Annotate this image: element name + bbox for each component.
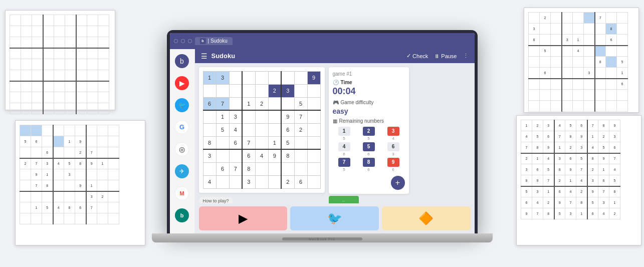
- sudoku-cell[interactable]: 8: [281, 149, 294, 162]
- sudoku-cell[interactable]: 2: [281, 175, 294, 188]
- promo-card-yellow[interactable]: 🔶: [382, 206, 471, 230]
- promo-card-blue[interactable]: 🐦: [290, 206, 379, 230]
- sudoku-cell[interactable]: 2: [255, 97, 268, 110]
- number-item[interactable]: 56: [357, 142, 380, 156]
- sudoku-board[interactable]: 13923671251397546286715364986784326: [199, 67, 325, 193]
- sudoku-cell[interactable]: 1: [203, 71, 216, 84]
- sudoku-cell[interactable]: 9: [281, 110, 294, 123]
- sudoku-cell[interactable]: 8: [203, 136, 216, 149]
- sudoku-cell[interactable]: [216, 149, 229, 162]
- sudoku-cell[interactable]: [229, 175, 242, 188]
- sidebar-google-icon[interactable]: G: [175, 120, 189, 134]
- sudoku-cell[interactable]: [216, 175, 229, 188]
- promo-card-pink[interactable]: ▶: [199, 206, 288, 230]
- sudoku-cell[interactable]: [281, 97, 294, 110]
- sudoku-cell[interactable]: [255, 110, 268, 123]
- sudoku-cell[interactable]: 4: [203, 175, 216, 188]
- number-item[interactable]: 75: [333, 158, 356, 172]
- browser-tab[interactable]: b | Sudoku: [195, 37, 233, 45]
- sudoku-cell[interactable]: [307, 110, 320, 123]
- sudoku-cell[interactable]: [203, 123, 216, 136]
- sidebar-telegram-icon[interactable]: ✈: [175, 164, 189, 178]
- sudoku-cell[interactable]: [268, 123, 281, 136]
- sudoku-cell[interactable]: 9: [307, 71, 320, 84]
- sudoku-cell[interactable]: 3: [242, 175, 255, 188]
- sudoku-cell[interactable]: 4: [255, 149, 268, 162]
- sudoku-cell[interactable]: [203, 110, 216, 123]
- sidebar-youtube-icon[interactable]: ▶: [175, 76, 189, 90]
- sidebar-bing-icon[interactable]: b: [175, 208, 189, 222]
- sidebar-gmail-icon[interactable]: M: [175, 186, 189, 200]
- sudoku-cell[interactable]: [255, 71, 268, 84]
- sudoku-cell[interactable]: 7: [294, 110, 307, 123]
- sudoku-cell[interactable]: 6: [294, 175, 307, 188]
- pause-button[interactable]: ⏸ Pause: [434, 53, 457, 59]
- sudoku-cell[interactable]: [307, 175, 320, 188]
- sudoku-cell[interactable]: [216, 136, 229, 149]
- sudoku-cell[interactable]: [268, 97, 281, 110]
- fab-button[interactable]: +: [391, 176, 405, 190]
- how-to-play-button[interactable]: How to play?: [199, 197, 233, 203]
- sudoku-cell[interactable]: 6: [242, 149, 255, 162]
- sudoku-cell[interactable]: 9: [268, 149, 281, 162]
- sudoku-cell[interactable]: 6: [216, 162, 229, 175]
- sudoku-cell[interactable]: [242, 71, 255, 84]
- number-item[interactable]: 25: [357, 127, 380, 141]
- sudoku-cell[interactable]: [242, 123, 255, 136]
- sudoku-cell[interactable]: 3: [216, 71, 229, 84]
- sudoku-cell[interactable]: [307, 84, 320, 97]
- sudoku-cell[interactable]: [255, 136, 268, 149]
- number-item[interactable]: 34: [382, 127, 405, 141]
- sudoku-cell[interactable]: 1: [242, 97, 255, 110]
- number-item[interactable]: 15: [333, 127, 356, 141]
- sudoku-cell[interactable]: [242, 84, 255, 97]
- sudoku-cell[interactable]: [294, 71, 307, 84]
- sudoku-cell[interactable]: [294, 136, 307, 149]
- sudoku-cell[interactable]: [307, 149, 320, 162]
- sudoku-cell[interactable]: 2: [294, 123, 307, 136]
- sudoku-cell[interactable]: 5: [281, 136, 294, 149]
- sudoku-cell[interactable]: [229, 149, 242, 162]
- sudoku-cell[interactable]: [307, 97, 320, 110]
- sudoku-cell[interactable]: 7: [229, 162, 242, 175]
- sudoku-cell[interactable]: 8: [242, 162, 255, 175]
- sudoku-cell[interactable]: [255, 162, 268, 175]
- sudoku-cell[interactable]: 7: [242, 136, 255, 149]
- sudoku-cell[interactable]: 6: [229, 136, 242, 149]
- sudoku-cell[interactable]: 1: [216, 110, 229, 123]
- sudoku-cell[interactable]: [229, 84, 242, 97]
- sudoku-cell[interactable]: [255, 175, 268, 188]
- number-item[interactable]: 46: [333, 142, 356, 156]
- check-button[interactable]: ✓ Check: [406, 53, 428, 59]
- number-item[interactable]: 86: [357, 158, 380, 172]
- sudoku-cell[interactable]: 6: [203, 97, 216, 110]
- sudoku-cell[interactable]: [268, 175, 281, 188]
- sudoku-cell[interactable]: 6: [281, 123, 294, 136]
- sudoku-cell[interactable]: 3: [203, 149, 216, 162]
- sudoku-cell[interactable]: [255, 123, 268, 136]
- sidebar-twitter-icon[interactable]: 🐦: [175, 98, 189, 112]
- sudoku-cell[interactable]: 4: [229, 123, 242, 136]
- sudoku-cell[interactable]: [281, 71, 294, 84]
- sudoku-cell[interactable]: [203, 162, 216, 175]
- sudoku-cell[interactable]: [216, 84, 229, 97]
- sudoku-cell[interactable]: 1: [268, 136, 281, 149]
- sudoku-cell[interactable]: [294, 162, 307, 175]
- sudoku-cell[interactable]: 2: [268, 84, 281, 97]
- number-item[interactable]: 63: [382, 142, 405, 156]
- sudoku-cell[interactable]: [203, 84, 216, 97]
- sudoku-cell[interactable]: 3: [229, 110, 242, 123]
- sudoku-cell[interactable]: 7: [216, 97, 229, 110]
- sudoku-cell[interactable]: [268, 162, 281, 175]
- sudoku-cell[interactable]: [281, 162, 294, 175]
- sidebar-app-icon[interactable]: b: [175, 54, 189, 68]
- sudoku-cell[interactable]: [268, 71, 281, 84]
- sudoku-cell[interactable]: [229, 71, 242, 84]
- sudoku-cell[interactable]: [229, 97, 242, 110]
- sudoku-cell[interactable]: 5: [216, 123, 229, 136]
- sudoku-cell[interactable]: [294, 84, 307, 97]
- sidebar-openai-icon[interactable]: ◎: [175, 142, 189, 156]
- hamburger-icon[interactable]: ☰: [201, 52, 207, 60]
- sudoku-cell[interactable]: [255, 84, 268, 97]
- sudoku-cell[interactable]: [307, 123, 320, 136]
